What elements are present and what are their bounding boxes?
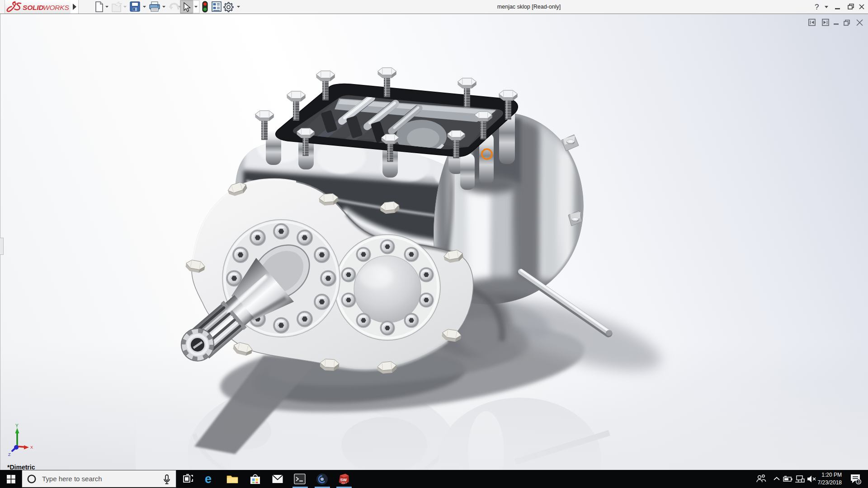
svg-text:SOLID: SOLID: [23, 4, 43, 11]
svg-text:Y: Y: [15, 423, 19, 428]
svg-text:?: ?: [815, 3, 819, 11]
svg-text:Z: Z: [8, 452, 11, 457]
svg-text:2017: 2017: [341, 482, 347, 484]
svg-text:e: e: [205, 473, 212, 485]
svg-text:WORKS: WORKS: [43, 4, 69, 11]
svg-text:3: 3: [858, 479, 860, 484]
svg-text:X: X: [30, 445, 33, 450]
